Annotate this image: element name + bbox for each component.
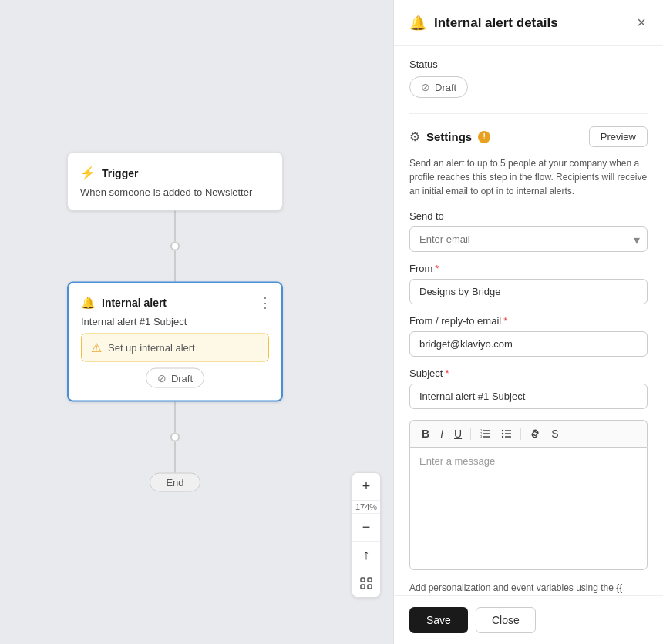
message-field-group: B I U 123 S Enter a message <box>409 420 648 570</box>
status-badge: ⊘ Draft <box>409 76 468 98</box>
panel-title: Internal alert details <box>434 15 558 31</box>
panel-body: Status ⊘ Draft ⚙ Settings ! Preview Send… <box>394 46 663 621</box>
connector-line-3 <box>174 402 176 433</box>
send-to-wrapper: ▾ <box>409 226 648 252</box>
alert-warning-text: Set up internal alert <box>108 342 195 354</box>
from-required-star: * <box>435 263 439 274</box>
trigger-icon: ⚡ <box>80 166 96 180</box>
message-placeholder: Enter a message <box>419 455 495 467</box>
trigger-node-subtitle: When someone is added to Newsletter <box>80 186 270 198</box>
settings-title-group: ⚙ Settings ! <box>409 129 490 144</box>
settings-gear-icon: ⚙ <box>409 129 420 144</box>
subject-required-star: * <box>445 367 449 379</box>
settings-title: Settings <box>426 130 472 143</box>
svg-rect-0 <box>361 578 365 582</box>
status-label: Status <box>409 59 648 70</box>
alert-node-subject: Internal alert #1 Subject <box>81 316 269 327</box>
zoom-fit-button[interactable]: ↑ <box>352 542 380 569</box>
connector-dot-1 <box>170 242 180 251</box>
from-reply-label: From / reply-to email * <box>409 315 648 327</box>
connector-line-1 <box>174 211 176 242</box>
alert-node-kebab[interactable]: ⋮ <box>258 294 272 311</box>
zoom-level-display: 174% <box>352 501 380 514</box>
save-button[interactable]: Save <box>409 607 468 633</box>
connector-dot-2 <box>170 433 180 442</box>
flow-canvas: ⚡ Trigger When someone is added to Newsl… <box>0 0 393 644</box>
rte-link-button[interactable] <box>526 426 544 441</box>
zoom-controls: + 174% − ↑ <box>352 472 381 598</box>
subject-label: Subject * <box>409 367 648 379</box>
trigger-node-title: Trigger <box>102 166 138 179</box>
status-section: Status ⊘ Draft <box>409 59 648 98</box>
subject-field-group: Subject * <box>409 367 648 409</box>
send-to-input[interactable] <box>409 226 648 252</box>
status-value: Draft <box>435 82 456 93</box>
internal-alert-panel: 🔔 Internal alert details × Status ⊘ Draf… <box>393 0 663 644</box>
preview-button[interactable]: Preview <box>589 126 648 147</box>
panel-header: 🔔 Internal alert details × <box>394 0 663 46</box>
draft-badge-label: Draft <box>171 372 193 384</box>
rte-unordered-list-button[interactable] <box>497 426 516 441</box>
rte-underline-button[interactable]: U <box>450 425 466 442</box>
svg-rect-3 <box>368 585 372 589</box>
from-input[interactable] <box>409 279 648 304</box>
trigger-node[interactable]: ⚡ Trigger When someone is added to Newsl… <box>67 153 283 211</box>
flow-container: ⚡ Trigger When someone is added to Newsl… <box>67 153 283 492</box>
connector-line-4 <box>174 442 176 473</box>
rte-italic-button[interactable]: I <box>436 425 447 442</box>
panel-close-button[interactable]: × <box>635 12 648 33</box>
from-field-group: From * <box>409 263 648 304</box>
send-to-field-group: Send to ▾ <box>409 210 648 252</box>
svg-rect-1 <box>368 578 372 582</box>
draft-check-icon: ⊘ <box>157 372 167 384</box>
svg-text:3: 3 <box>480 434 483 438</box>
connector-line-2 <box>174 251 176 282</box>
alert-draft-badge: ⊘ Draft <box>146 368 204 388</box>
status-icon: ⊘ <box>421 81 430 93</box>
bell-icon: 🔔 <box>81 296 96 310</box>
subject-input[interactable] <box>409 384 648 409</box>
end-node: End <box>150 473 200 492</box>
zoom-in-button[interactable]: + <box>352 473 380 501</box>
alert-node-title: Internal alert <box>102 297 167 309</box>
svg-point-11 <box>502 433 503 434</box>
panel-bell-icon: 🔔 <box>409 15 426 32</box>
rte-strikethrough-button[interactable]: S <box>547 425 562 442</box>
panel-footer: Save Close <box>394 595 663 644</box>
alert-node-header: 🔔 Internal alert <box>81 296 269 310</box>
trigger-node-header: ⚡ Trigger <box>80 166 270 180</box>
rte-toolbar: B I U 123 S <box>409 420 648 447</box>
rte-bold-button[interactable]: B <box>418 425 433 442</box>
warning-triangle-icon: ⚠ <box>91 340 102 355</box>
alert-warning-banner: ⚠ Set up internal alert <box>81 334 269 362</box>
from-reply-input[interactable] <box>409 331 648 357</box>
grid-button[interactable] <box>352 569 380 597</box>
send-to-label: Send to <box>409 210 648 222</box>
from-reply-field-group: From / reply-to email * <box>409 315 648 357</box>
zoom-out-button[interactable]: − <box>352 514 380 542</box>
alert-node[interactable]: 🔔 Internal alert ⋮ Internal alert #1 Sub… <box>67 282 283 402</box>
panel-header-left: 🔔 Internal alert details <box>409 15 558 32</box>
settings-description: Send an alert to up to 5 people at your … <box>409 156 648 198</box>
message-input[interactable]: Enter a message <box>409 447 648 570</box>
svg-point-12 <box>502 436 503 438</box>
settings-header: ⚙ Settings ! Preview <box>409 126 648 147</box>
rte-divider-1 <box>470 428 471 440</box>
from-label: From * <box>409 263 648 274</box>
rte-divider-2 <box>520 428 521 440</box>
settings-info-icon: ! <box>478 131 490 143</box>
svg-point-10 <box>502 430 503 431</box>
from-reply-required-star: * <box>503 315 507 327</box>
divider-1 <box>409 113 648 114</box>
rte-ordered-list-button[interactable]: 123 <box>476 426 494 441</box>
svg-rect-2 <box>361 585 365 589</box>
close-button[interactable]: Close <box>476 607 536 633</box>
